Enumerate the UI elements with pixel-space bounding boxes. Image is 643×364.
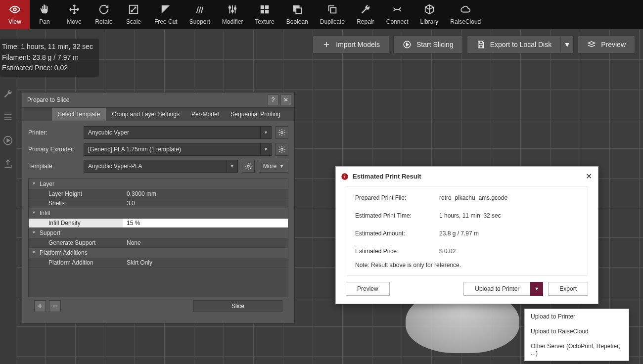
preview-button[interactable]: Preview xyxy=(578,36,635,53)
tool-connect[interactable]: Connect xyxy=(380,0,414,29)
support-icon xyxy=(194,2,205,16)
tool-texture[interactable]: Texture xyxy=(249,0,280,29)
tool-move[interactable]: Move xyxy=(59,0,89,29)
prop-generate-support[interactable]: Generate Support None xyxy=(29,238,288,248)
result-time-label: Estimated Print Time: xyxy=(355,212,439,219)
tool-boolean[interactable]: Boolean xyxy=(280,0,314,29)
remove-template-button[interactable]: − xyxy=(49,300,61,312)
menu-upload-printer[interactable]: Upload to Printer xyxy=(525,309,629,324)
printer-settings-button[interactable] xyxy=(276,126,288,139)
svg-rect-5 xyxy=(261,5,264,9)
menu-upload-other[interactable]: Other Server (OctoPrint, Repetier, ...) xyxy=(525,339,629,361)
cloud-icon xyxy=(460,2,471,16)
svg-point-0 xyxy=(13,8,16,11)
tool-label: Free Cut xyxy=(154,18,178,25)
upload-to-printer-button[interactable]: Upload to Printer xyxy=(463,282,530,296)
export-local-button[interactable]: Export to Local Disk ▼ xyxy=(467,36,574,53)
tool-pan[interactable]: Pan xyxy=(30,0,59,29)
chevron-down-icon[interactable]: ▼ xyxy=(261,126,272,139)
tab-group-layer[interactable]: Group and Layer Settings xyxy=(106,108,185,121)
dialog-close-button[interactable]: ✕ xyxy=(586,172,592,181)
menu-icon[interactable] xyxy=(3,112,13,124)
tool-library[interactable]: Library xyxy=(414,0,445,29)
group-layer[interactable]: Layer xyxy=(29,179,288,189)
printer-label: Printer: xyxy=(28,129,80,136)
prop-shells[interactable]: Shells 3.0 xyxy=(29,199,288,208)
result-export-button[interactable]: Export xyxy=(548,282,588,296)
result-file-label: Prepared Print File: xyxy=(355,194,439,201)
more-label: More xyxy=(263,163,276,170)
slice-button[interactable]: Slice xyxy=(193,300,282,312)
slice-label: Start Slicing xyxy=(416,41,454,48)
tool-label: Support xyxy=(189,18,210,25)
play-icon[interactable] xyxy=(3,136,13,147)
template-label: Template: xyxy=(28,163,80,170)
prop-infill-density[interactable]: Infill Density 15 % xyxy=(29,219,288,228)
tool-label: Library xyxy=(420,18,439,25)
print-info-overlay: Time: 1 hours, 11 min, 32 sec Filament: … xyxy=(0,39,99,77)
close-button[interactable]: ✕ xyxy=(280,94,291,105)
tool-view[interactable]: View xyxy=(0,0,30,29)
panel-title-text: Prepare to Slice xyxy=(27,96,69,103)
prepare-to-slice-panel: Prepare to Slice ? ✕ Select Template Gro… xyxy=(22,92,295,323)
panel-titlebar[interactable]: Prepare to Slice ? ✕ xyxy=(22,92,294,107)
action-row: Import Models Start Slicing Export to Lo… xyxy=(313,36,635,53)
tool-label: Boolean xyxy=(286,18,308,25)
extruder-select[interactable]: [Generic] PLA 1.75mm (1 template) xyxy=(84,143,261,156)
svg-point-16 xyxy=(247,165,249,167)
chevron-down-icon[interactable]: ▼ xyxy=(227,160,238,173)
library-icon xyxy=(424,2,435,16)
group-platform[interactable]: Platform Additions xyxy=(29,248,288,258)
tab-select-template[interactable]: Select Template xyxy=(52,108,106,121)
svg-rect-11 xyxy=(330,7,336,13)
svg-rect-10 xyxy=(296,8,301,13)
template-select[interactable]: Anycubic Vyper-PLA xyxy=(84,160,227,173)
result-note: Note: Result above is only for reference… xyxy=(355,262,579,269)
eye-icon xyxy=(9,2,20,16)
tab-per-model[interactable]: Per-Model xyxy=(185,108,225,121)
info-price: Estimated Price: 0.02 xyxy=(2,63,93,74)
svg-rect-7 xyxy=(261,10,264,13)
add-template-button[interactable]: + xyxy=(34,300,46,312)
layers-icon xyxy=(587,40,596,49)
tool-modifier[interactable]: Modifier xyxy=(216,0,249,29)
tool-label: View xyxy=(8,18,21,25)
upload-dropdown-toggle[interactable]: ▼ xyxy=(530,282,543,296)
prop-platform-addition[interactable]: Platform Addition Skirt Only xyxy=(29,258,288,268)
menu-upload-raisecloud[interactable]: Upload to RaiseCloud xyxy=(525,324,629,339)
connect-icon xyxy=(392,2,403,16)
chevron-down-icon[interactable]: ▼ xyxy=(560,36,573,53)
import-models-button[interactable]: Import Models xyxy=(313,36,389,53)
tool-label: Duplicate xyxy=(320,18,345,25)
printer-select[interactable]: Anycubic Vyper xyxy=(84,126,261,139)
extruder-settings-button[interactable] xyxy=(276,143,288,156)
tool-freecut[interactable]: Free Cut xyxy=(148,0,184,29)
template-settings-button[interactable] xyxy=(242,160,255,173)
result-amount-value: 23.8 g / 7.97 m xyxy=(439,230,479,237)
tool-scale[interactable]: Scale xyxy=(119,0,148,29)
wrench-icon[interactable] xyxy=(3,89,13,100)
tool-repair[interactable]: Repair xyxy=(351,0,380,29)
texture-icon xyxy=(259,2,270,16)
tool-duplicate[interactable]: Duplicate xyxy=(314,0,351,29)
chevron-down-icon[interactable]: ▼ xyxy=(261,143,272,156)
prop-layer-height[interactable]: Layer Height 0.3000 mm xyxy=(29,189,288,199)
upload-icon[interactable] xyxy=(3,159,13,170)
settings-tree: Layer Layer Height 0.3000 mm Shells 3.0 … xyxy=(28,179,288,297)
tool-rotate[interactable]: Rotate xyxy=(89,0,119,29)
gear-icon xyxy=(278,145,286,153)
tool-raisecloud[interactable]: RaiseCloud xyxy=(444,0,487,29)
tool-label: Modifier xyxy=(222,18,243,25)
start-slicing-button[interactable]: Start Slicing xyxy=(393,36,463,53)
result-preview-button[interactable]: Preview xyxy=(346,282,390,296)
svg-rect-6 xyxy=(265,5,269,9)
tab-sequential[interactable]: Sequential Printing xyxy=(225,108,286,121)
tool-support[interactable]: Support xyxy=(184,0,216,29)
tool-label: Rotate xyxy=(95,18,112,25)
help-button[interactable]: ? xyxy=(268,94,278,105)
group-infill[interactable]: Infill xyxy=(29,208,288,219)
svg-rect-8 xyxy=(265,10,269,13)
group-support[interactable]: Support xyxy=(29,228,288,238)
more-button[interactable]: More▼ xyxy=(259,160,288,173)
result-price-label: Estimated Price: xyxy=(355,248,439,255)
